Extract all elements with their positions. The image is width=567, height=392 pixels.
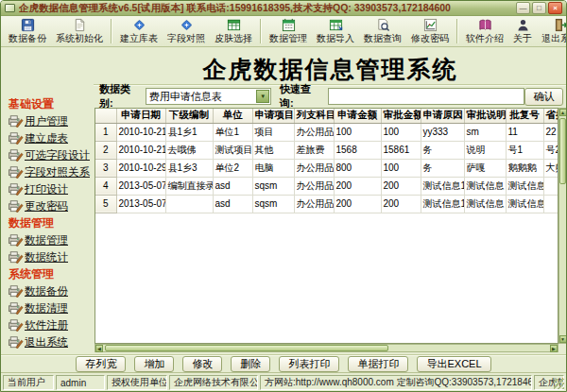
scroll-down-icon[interactable]: ▼: [559, 335, 567, 343]
status-license-unit-value: 企虎网络技术有限公司: [169, 375, 258, 390]
delete-button[interactable]: 删除: [231, 356, 270, 372]
sidebar-item-change-password[interactable]: 更改密码: [1, 197, 94, 214]
filter-bar: 数据类别: 费用申请信息表 ▼ 快速查询: 确认: [94, 84, 567, 108]
sidebar-item-data-manage[interactable]: 数据管理: [1, 231, 94, 248]
sidebar-item-data-backup[interactable]: 数据备份: [1, 282, 94, 299]
maximize-button[interactable]: □: [532, 2, 546, 14]
sidebar-item-data-clean[interactable]: 数据清理: [1, 299, 94, 316]
horizontal-scrollbar[interactable]: ◀ ▶: [94, 344, 558, 352]
sidebar-item-user-manage[interactable]: 用户管理: [1, 112, 94, 129]
table-cell: 测试信息: [506, 177, 543, 195]
floppy-icon: [21, 18, 35, 32]
close-button[interactable]: ×: [548, 2, 562, 14]
table-row[interactable]: 42013-05-07编制直接录入asdsqsm办公用品200200测试信息11…: [95, 177, 558, 195]
table-row[interactable]: 22010-10-21去哦佛测试项目其他差旅费156815861务说明号1号2: [95, 141, 558, 159]
table-cell: 100: [381, 159, 421, 177]
close-icon: ×: [553, 4, 558, 12]
table-cell: 800: [334, 159, 381, 177]
exit-door-icon: [554, 18, 567, 32]
table-cell: [165, 195, 213, 213]
modify-button[interactable]: 修改: [182, 356, 222, 372]
table-cell: 测试信息11: [421, 195, 464, 213]
minimize-button[interactable]: —: [516, 2, 530, 14]
table-cell: 测试信息: [464, 177, 506, 195]
toolbar-field-mapping[interactable]: 字段对照: [163, 17, 210, 46]
toolbar-software-intro[interactable]: 软件介绍: [461, 17, 508, 46]
toolbar-button-label: 修改密码: [411, 32, 449, 45]
table-cell: 2013-05-07: [116, 195, 165, 213]
scroll-right-icon[interactable]: ▶: [550, 345, 558, 352]
table-cell: asd: [213, 195, 252, 213]
table-cell: 办公用品: [294, 123, 334, 141]
row-number-cell: 2: [95, 141, 116, 159]
sidebar-item-field-mapping-relation[interactable]: 字段对照关系: [1, 163, 94, 180]
table-cell: 2010-10-29: [116, 159, 165, 177]
column-header: 申请项目: [252, 109, 294, 123]
table-cell: sqsm: [252, 177, 294, 195]
vertical-scrollbar[interactable]: ▲ ▼: [558, 108, 567, 344]
toolbar-skin-select[interactable]: 皮肤选择: [210, 17, 257, 46]
sidebar: 基础设置用户管理建立虚表可选字段设计字段对照关系打印设计更改密码数据管理数据管理…: [1, 47, 94, 354]
sidebar-item-create-table[interactable]: 建立虚表: [1, 129, 94, 146]
sidebar-item-label: 用户管理: [25, 114, 68, 128]
toolbar-separator: [456, 19, 458, 43]
table-cell: 2010-10-21: [116, 141, 165, 159]
table-cell: 200: [334, 195, 381, 213]
table-cell: 200: [381, 177, 421, 195]
printer-pen-icon: [8, 114, 24, 128]
table-row[interactable]: 52013-05-07asdsqsm办公用品200200测试信息11测试信息测试…: [95, 195, 558, 213]
row-number-cell: 4: [95, 177, 116, 195]
scroll-up-icon[interactable]: ▲: [559, 109, 567, 116]
column-header: 审批金额: [381, 109, 421, 123]
toolbar-change-password[interactable]: 修改密码: [406, 17, 454, 46]
toolbar-about[interactable]: 关于: [508, 17, 537, 46]
toolbar-data-query[interactable]: 数据查询: [359, 17, 406, 46]
scroll-left-icon[interactable]: ◀: [95, 345, 103, 352]
save-column-width-button[interactable]: 存列宽: [76, 356, 126, 372]
table-cell: [543, 177, 558, 195]
table-cell: 鹅鹅鹅: [506, 159, 543, 177]
table-row[interactable]: 32010-10-29县1乡3单位2电脑办公用品800100务萨嘎鹅鹅鹅大熊猫: [95, 159, 558, 177]
toolbar-create-table[interactable]: 建立库表: [115, 17, 163, 46]
sidebar-item-optional-field-design[interactable]: 可选字段设计: [1, 146, 94, 163]
sidebar-item-data-statistics[interactable]: 数据统计: [1, 248, 94, 265]
column-header: 列支科目: [294, 109, 334, 123]
receipt-print-button[interactable]: 单据打印: [348, 356, 408, 372]
table-cell: 100: [334, 123, 381, 141]
table-cell: 差旅费: [294, 141, 334, 159]
add-button[interactable]: 增加: [134, 356, 174, 372]
printer-pen-icon: [8, 199, 24, 213]
list-print-button[interactable]: 列表打印: [279, 356, 339, 372]
toolbar-system-init[interactable]: 系统初始化: [51, 17, 108, 46]
sidebar-item-exit-system[interactable]: 退出系统: [1, 333, 94, 350]
confirm-button[interactable]: 确认: [524, 88, 563, 106]
table-cell: yy333: [421, 123, 464, 141]
status-bar: 当前用户admin授权使用单位企虎网络技术有限公司方网站:http://www.…: [1, 372, 566, 391]
horizontal-scroll-thumb[interactable]: [105, 345, 388, 351]
toolbar-button-label: 数据查询: [364, 32, 402, 45]
category-value: 费用申请信息表: [149, 90, 222, 104]
table-cell: 号1: [506, 141, 543, 159]
table-cell: 电脑: [252, 159, 294, 177]
chevron-down-icon[interactable]: ▼: [256, 90, 269, 103]
toolbar-data-manage[interactable]: 数据管理: [265, 17, 312, 46]
resize-grip[interactable]: [554, 379, 564, 389]
category-select[interactable]: 费用申请信息表 ▼: [146, 88, 271, 105]
table-row[interactable]: 12010-10-21县1乡1单位1项目办公用品100100yy333sm112…: [95, 123, 558, 141]
table-cell: 测试信息: [464, 195, 506, 213]
document-icon: [73, 18, 87, 32]
calendar-icon: [282, 18, 296, 32]
row-number-cell: 1: [95, 123, 116, 141]
vertical-scroll-thumb[interactable]: [559, 118, 566, 184]
toolbar-exit[interactable]: 退出系统: [537, 17, 567, 46]
toolbar-button-label: 数据管理: [269, 32, 307, 45]
sidebar-item-software-register[interactable]: 软件注册: [1, 316, 94, 333]
search-input[interactable]: [328, 88, 524, 105]
printer-pen-icon: [8, 131, 24, 145]
table-cell: 说明: [464, 141, 506, 159]
sidebar-item-print-design[interactable]: 打印设计: [1, 180, 94, 197]
toolbar-data-backup[interactable]: 数据备份: [4, 17, 51, 46]
export-excel-button[interactable]: 导出EXCEL: [417, 356, 490, 372]
toolbar-data-import[interactable]: 数据导入: [312, 17, 359, 46]
page-title: 企虎数据信息管理系统: [94, 54, 567, 85]
